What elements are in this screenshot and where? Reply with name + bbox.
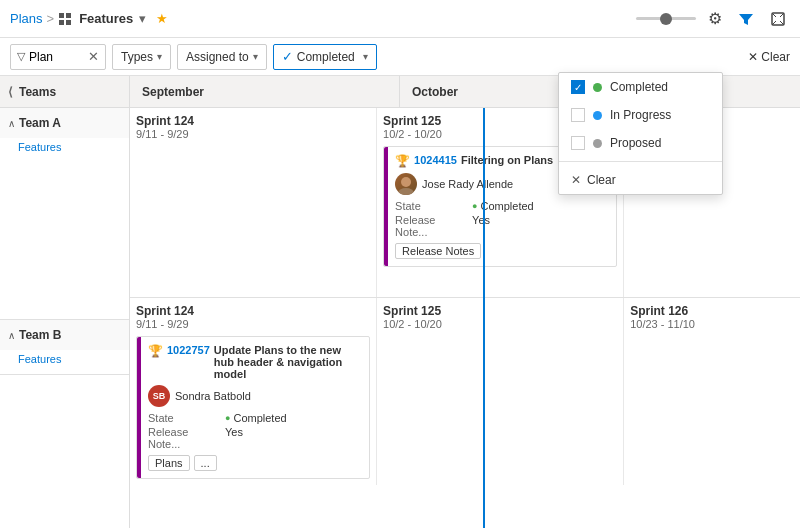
proposed-label: Proposed [610,136,661,150]
team-b-left: ∧ Team B Features [0,320,129,375]
release-note-label: Release Note... [395,214,470,238]
card-accent-bar [384,147,388,266]
team-b-sprint124-header: Sprint 124 9/11 - 9/29 [136,304,370,330]
filter-bar: ▽ ✕ Types ▾ Assigned to ▾ ✓ Completed ▾ … [0,38,800,76]
plan-filter[interactable]: ▽ ✕ [10,44,106,70]
breadcrumb-current: Features [79,11,133,26]
funnel-icon: ▽ [17,50,25,63]
team-b-sprint-124: Sprint 124 9/11 - 9/29 🏆 1022757 Update … [130,298,377,485]
svg-rect-1 [66,13,71,18]
team-b-sprint-126: Sprint 126 10/23 - 11/10 [624,298,800,485]
team-a-sprint124-name: Sprint 124 [136,114,370,128]
team-b-sprint-125: Sprint 125 10/2 - 10/20 [377,298,624,485]
team-b-features-link[interactable]: Features [18,353,61,365]
settings-button[interactable]: ⚙ [704,7,726,30]
completed-checkbox[interactable] [571,80,585,94]
status-chevron-icon: ▾ [363,51,368,62]
card-1024415-avatar [395,173,417,195]
assigned-to-dropdown[interactable]: Assigned to ▾ [177,44,267,70]
plan-clear-icon[interactable]: ✕ [88,49,99,64]
team-b-sprint124-name: Sprint 124 [136,304,370,318]
star-icon[interactable]: ★ [156,11,168,26]
dropdown-item-proposed[interactable]: Proposed [559,129,722,157]
top-bar: Plans > Features ▾ ★ ⚙ [0,0,800,38]
left-panel: ∧ Team A Features ∧ Team B Features [0,108,130,528]
teams-collapse-icon[interactable]: ⟨ [8,85,13,99]
status-dropdown-popup: Completed In Progress Proposed ✕ Clear [558,72,723,195]
status-dropdown[interactable]: ✓ Completed ▾ [273,44,377,70]
team-b-sprint125-header: Sprint 125 10/2 - 10/20 [383,304,617,330]
status-label: Completed [297,50,355,64]
card-1024415-title: Filtering on Plans [461,154,553,166]
team-a-features-link[interactable]: Features [18,141,61,153]
types-dropdown[interactable]: Types ▾ [112,44,171,70]
card-1024415-id[interactable]: 1024415 [414,154,457,166]
card-b-accent-bar [137,337,141,478]
team-b-name: Team B [19,328,61,342]
inprogress-dot [593,111,602,120]
card-1024415-tags: Release Notes [395,243,609,259]
card-1022757-author: Sondra Batbold [175,390,251,402]
dropdown-item-completed[interactable]: Completed [559,73,722,101]
card-1022757-author-row: SB Sondra Batbold [148,385,362,407]
trophy-b-icon: 🏆 [148,344,163,358]
timeline-line [483,108,485,528]
team-b-link-container: Features [0,350,129,374]
assigned-to-label: Assigned to [186,50,249,64]
team-b-sprint126-dates: 10/23 - 11/10 [630,318,794,330]
assigned-chevron-icon: ▾ [253,51,258,62]
more-tag[interactable]: ... [194,455,217,471]
dropdown-item-inprogress[interactable]: In Progress [559,101,722,129]
card-1022757-title: Update Plans to the new hub header & nav… [214,344,362,380]
card-1024415-release: Yes [472,214,609,238]
breadcrumb: Plans > Features ▾ ★ [10,11,168,26]
september-label: September [142,85,204,99]
team-b-header[interactable]: ∧ Team B [0,320,129,350]
zoom-track[interactable] [636,17,696,20]
team-b-sprint125-name: Sprint 125 [383,304,617,318]
inprogress-label: In Progress [610,108,671,122]
team-b-sprint126-name: Sprint 126 [630,304,794,318]
release-notes-tag[interactable]: Release Notes [395,243,481,259]
team-a-header[interactable]: ∧ Team A [0,108,129,138]
team-b-chevron[interactable]: ∧ [8,330,15,341]
card-b-title-row: 🏆 1022757 Update Plans to the new hub he… [148,344,362,380]
zoom-slider [636,17,696,20]
breadcrumb-separator: > [47,11,55,26]
card-1022757: 🏆 1022757 Update Plans to the new hub he… [136,336,370,479]
team-b-sprint124-dates: 9/11 - 9/29 [136,318,370,330]
plans-tag[interactable]: Plans [148,455,190,471]
svg-point-6 [398,188,414,195]
popup-divider [559,161,722,162]
card-1022757-tags: Plans ... [148,455,362,471]
fullscreen-button[interactable] [766,9,790,29]
inprogress-checkbox[interactable] [571,108,585,122]
card-1022757-id[interactable]: 1022757 [167,344,210,356]
svg-rect-0 [59,13,64,18]
clear-all-button[interactable]: ✕ Clear [748,50,790,64]
team-b-sprint125-dates: 10/2 - 10/20 [383,318,617,330]
release-note-b-label: Release Note... [148,426,223,450]
clear-x-icon: ✕ [748,50,758,64]
popup-clear-label: Clear [587,173,616,187]
card-1024415-meta: State ● Completed Release Note... Yes [395,200,609,238]
zoom-thumb[interactable] [660,13,672,25]
status-check-icon: ✓ [282,49,293,64]
card-1024415-author: Jose Rady Allende [422,178,513,190]
breadcrumb-chevron[interactable]: ▾ [139,11,146,26]
team-a-sprint124-header: Sprint 124 9/11 - 9/29 [136,114,370,140]
team-a-chevron[interactable]: ∧ [8,118,15,129]
proposed-checkbox[interactable] [571,136,585,150]
types-label: Types [121,50,153,64]
state-label: State [395,200,470,212]
completed-label: Completed [610,80,668,94]
popup-clear-button[interactable]: ✕ Clear [559,166,722,194]
team-b-sprint126-header: Sprint 126 10/23 - 11/10 [630,304,794,330]
breadcrumb-plans[interactable]: Plans [10,11,43,26]
team-a-sprint-124: Sprint 124 9/11 - 9/29 [130,108,377,297]
card-1024415-state: ● Completed [472,200,609,212]
svg-point-5 [401,177,411,187]
completed-dot [593,83,602,92]
filter-button[interactable] [734,9,758,29]
plan-input[interactable] [29,50,84,64]
